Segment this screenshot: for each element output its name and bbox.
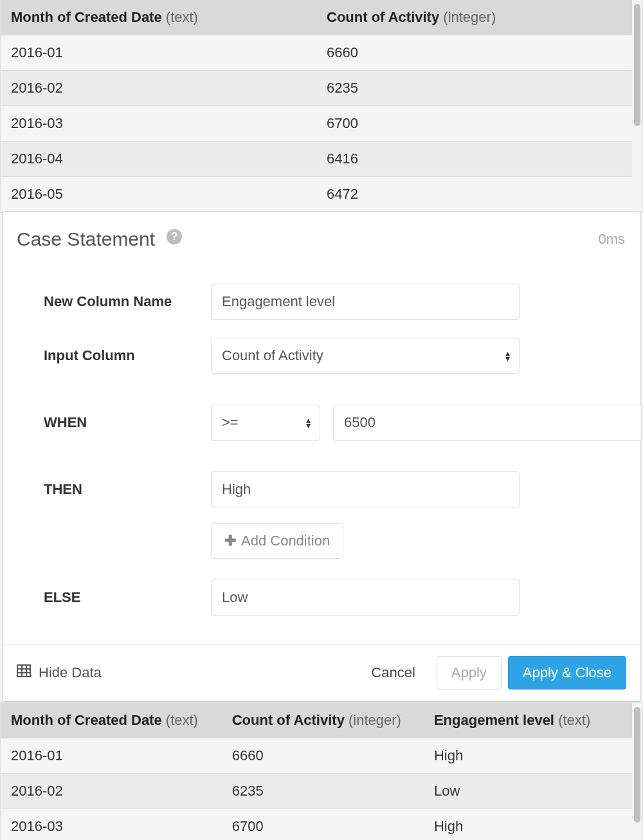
cell-level: High — [424, 809, 632, 841]
col-name: Count of Activity — [327, 9, 439, 25]
scrollbar-thumb[interactable] — [634, 4, 640, 126]
cell-month: 2016-02 — [1, 774, 222, 809]
preview-table: Month of Created Date (text) Count of Ac… — [1, 703, 632, 840]
table-row: 2016-02 6235 — [1, 71, 632, 106]
add-condition-label: Add Condition — [241, 533, 330, 549]
apply-close-button[interactable]: Apply & Close — [508, 656, 626, 689]
col-type: (text) — [166, 712, 198, 728]
table-row: 2016-02 6235 Low — [1, 774, 632, 809]
row-new-column-name: New Column Name — [18, 284, 625, 320]
select-value: Count of Activity — [222, 347, 323, 364]
label-input-column: Input Column — [18, 347, 211, 364]
case-statement-panel: Case Statement ? 0ms New Column Name Inp… — [2, 211, 641, 702]
row-add-condition: ✚ Add Condition — [18, 523, 625, 559]
svg-rect-0 — [17, 665, 30, 677]
cell-count: 6700 — [316, 106, 632, 142]
col-type: (text) — [166, 9, 198, 25]
col-header-count[interactable]: Count of Activity (integer) — [316, 0, 632, 35]
panel-title: Case Statement — [17, 228, 155, 250]
cell-month: 2016-04 — [1, 142, 316, 177]
hide-data-label: Hide Data — [39, 664, 102, 681]
cell-count: 6235 — [222, 774, 424, 809]
apply-button[interactable]: Apply — [437, 656, 502, 689]
chevron-updown-icon: ▴▾ — [505, 351, 510, 361]
panel-header: Case Statement ? 0ms — [3, 212, 640, 255]
cell-month: 2016-05 — [1, 177, 316, 212]
col-name: Count of Activity — [232, 712, 345, 728]
table-row: 2016-01 6660 — [1, 35, 632, 71]
preview-data-table: Month of Created Date (text) Count of Ac… — [0, 702, 643, 840]
label-then: THEN — [18, 481, 211, 498]
chevron-updown-icon: ▴▾ — [306, 417, 311, 428]
vertical-scrollbar[interactable] — [632, 0, 642, 212]
plus-icon: ✚ — [224, 533, 236, 549]
scrollbar-thumb[interactable] — [634, 707, 640, 823]
cell-count: 6700 — [222, 809, 424, 841]
table-row: 2016-04 6416 — [1, 142, 632, 177]
cell-count: 6660 — [316, 35, 632, 71]
panel-body: New Column Name Input Column Count of Ac… — [3, 255, 640, 644]
cell-month: 2016-03 — [1, 809, 222, 841]
new-column-name-input[interactable] — [211, 284, 520, 320]
execution-time: 0ms — [598, 231, 625, 248]
col-header-month[interactable]: Month of Created Date (text) — [1, 0, 316, 35]
col-header-level[interactable]: Engagement level (text) — [424, 703, 632, 738]
table-row: 2016-01 6660 High — [1, 738, 632, 774]
cell-count: 6472 — [316, 177, 632, 212]
table-row: 2016-03 6700 High — [1, 809, 632, 841]
source-data-table: Month of Created Date (text) Count of Ac… — [0, 0, 643, 213]
cell-count: 6235 — [316, 71, 632, 106]
when-value-input[interactable] — [333, 405, 642, 441]
table-header-row: Month of Created Date (text) Count of Ac… — [1, 0, 632, 35]
add-condition-button[interactable]: ✚ Add Condition — [211, 523, 343, 559]
label-when: WHEN — [18, 414, 211, 431]
panel-footer: Hide Data Cancel Apply Apply & Close — [3, 644, 640, 701]
hide-data-toggle[interactable]: Hide Data — [17, 664, 102, 681]
col-header-count[interactable]: Count of Activity (integer) — [222, 703, 424, 738]
cell-count: 6416 — [316, 142, 632, 177]
cell-count: 6660 — [222, 738, 424, 774]
row-then: THEN — [18, 471, 625, 507]
then-value-input[interactable] — [211, 471, 520, 507]
table-icon — [17, 664, 31, 681]
cell-month: 2016-02 — [1, 71, 316, 106]
row-else: ELSE — [18, 580, 625, 616]
label-else: ELSE — [18, 589, 211, 606]
col-type: (text) — [558, 712, 590, 728]
label-new-column: New Column Name — [18, 293, 211, 310]
when-operator-select[interactable]: >= ▴▾ — [211, 405, 320, 441]
col-header-month[interactable]: Month of Created Date (text) — [1, 703, 222, 738]
col-type: (integer) — [443, 9, 496, 25]
table-row: 2016-03 6700 — [1, 106, 632, 142]
table-header-row: Month of Created Date (text) Count of Ac… — [1, 703, 632, 738]
cell-month: 2016-01 — [1, 738, 222, 774]
cancel-button[interactable]: Cancel — [356, 656, 430, 689]
col-name: Month of Created Date — [11, 9, 162, 25]
row-input-column: Input Column Count of Activity ▴▾ — [18, 338, 625, 374]
cell-level: High — [424, 738, 632, 774]
col-name: Engagement level — [434, 712, 554, 728]
else-value-input[interactable] — [211, 580, 520, 616]
col-type: (integer) — [349, 712, 401, 728]
cell-month: 2016-01 — [1, 35, 316, 71]
table-row-partial: 2016-05 6472 — [1, 177, 632, 212]
col-name: Month of Created Date — [11, 712, 162, 728]
help-icon[interactable]: ? — [167, 229, 182, 244]
select-value: >= — [222, 414, 239, 431]
row-when: WHEN >= ▴▾ — [18, 405, 625, 441]
source-table: Month of Created Date (text) Count of Ac… — [1, 0, 632, 212]
cell-month: 2016-03 — [1, 106, 316, 142]
input-column-select[interactable]: Count of Activity ▴▾ — [211, 338, 520, 374]
cell-level: Low — [424, 774, 632, 809]
vertical-scrollbar[interactable] — [632, 703, 642, 840]
